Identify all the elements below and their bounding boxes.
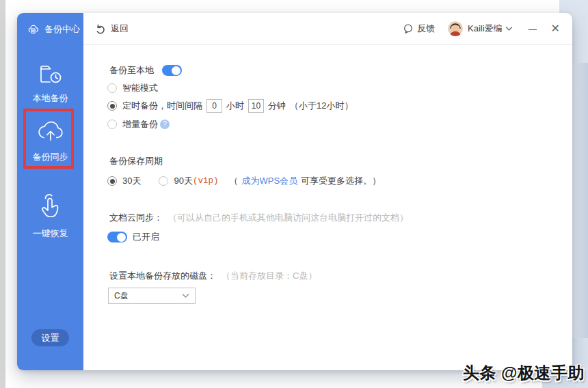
sidebar-header-label: 备份中心 <box>44 23 80 36</box>
sidebar-item-label: 备份同步 <box>33 151 68 163</box>
retention-title-row: 备份保存周期 <box>109 154 163 168</box>
cloud-sync-state: 已开启 <box>133 231 159 243</box>
feedback-bubble-icon <box>403 23 414 34</box>
mode-smart-radio[interactable] <box>107 83 117 93</box>
disk-selected-value: C盘 <box>114 290 129 302</box>
mode-timed-row: 定时备份，时间间隔 小时 分钟 （小于12小时） <box>107 99 353 113</box>
retention-90-option: 90天(vip) <box>159 175 218 187</box>
sidebar-item-label: 本地备份 <box>33 92 68 105</box>
topbar: 返回 反馈 <box>83 13 572 45</box>
disk-select-row: C盘 <box>108 289 196 303</box>
vip-promo: （ 成为WPS会员 可享受更多选择。） <box>229 175 381 187</box>
promo-rest: 可享受更多选择。） <box>301 175 381 187</box>
mode-incremental-row: 增量备份 ? <box>107 117 170 131</box>
sidebar-item-local-backup[interactable]: 本地备份 <box>17 59 83 105</box>
folder-clock-icon <box>36 59 66 87</box>
backup-local-row: 备份至本地 <box>109 64 182 77</box>
close-button[interactable]: ✕ <box>551 23 560 34</box>
mode-smart-label: 智能模式 <box>122 82 158 94</box>
help-icon[interactable]: ? <box>160 120 170 129</box>
watermark: 头条 @极速手助 <box>463 362 585 384</box>
cloud-sync-toggle[interactable] <box>107 232 127 242</box>
minutes-input[interactable] <box>248 99 264 113</box>
back-button[interactable]: 返回 <box>95 23 129 35</box>
main-content: 备份至本地 智能模式 定时备份，时间间隔 小时 分钟 （小于12小时） 增量备份… <box>83 45 572 370</box>
back-icon <box>95 23 106 34</box>
disk-dropdown[interactable]: C盘 <box>108 288 196 304</box>
back-label: 返回 <box>111 23 129 35</box>
toggle-knob <box>117 233 126 242</box>
mode-smart-row: 智能模式 <box>107 81 158 95</box>
page-background: 备份中心 本地备份 <box>0 0 588 388</box>
backup-local-title: 备份至本地 <box>109 64 154 77</box>
cloud-sync-note: （可以从自己的手机或其他电脑访问这台电脑打开过的文档） <box>168 212 408 224</box>
disk-title: 设置本地备份存放的磁盘： <box>109 270 216 282</box>
backup-local-toggle[interactable] <box>162 65 182 76</box>
retention-30-label: 30天 <box>122 175 141 187</box>
promo-open-paren: （ <box>229 175 238 187</box>
retention-90-label: 90天 <box>174 175 192 187</box>
cloud-sync-toggle-row: 已开启 <box>107 230 159 244</box>
timed-hint: （小于12小时） <box>290 100 353 112</box>
wps-member-link[interactable]: 成为WPS会员 <box>241 175 297 187</box>
avatar[interactable] <box>448 21 463 36</box>
mode-timed-label: 定时备份，时间间隔 <box>122 100 202 112</box>
sidebar-header-backup-center: 备份中心 <box>26 22 80 36</box>
settings-button[interactable]: 设置 <box>31 329 69 346</box>
minimize-button[interactable] <box>528 24 537 33</box>
sidebar-item-one-key-restore[interactable]: 一键恢复 <box>17 192 83 240</box>
chevron-down-icon[interactable] <box>505 26 513 31</box>
vip-tag: (vip) <box>193 176 219 186</box>
retention-90-radio[interactable] <box>159 176 168 186</box>
disk-title-row: 设置本地备份存放的磁盘： （当前存放目录：C盘） <box>109 269 317 283</box>
hours-unit: 小时 <box>226 100 244 112</box>
disk-note: （当前存放目录：C盘） <box>222 270 317 282</box>
topbar-right: 反馈 Kaili爱编 ✕ <box>403 21 560 36</box>
dropdown-chevron-icon <box>182 293 189 299</box>
cloud-sync-title-row: 文档云同步： （可以从自己的手机或其他电脑访问这台电脑打开过的文档） <box>109 211 408 225</box>
minutes-unit: 分钟 <box>268 100 286 112</box>
cloud-upload-icon <box>34 115 68 146</box>
mode-incremental-label: 增量备份 <box>122 118 158 130</box>
cloud-sync-title: 文档云同步： <box>109 212 163 224</box>
retention-title: 备份保存周期 <box>109 155 163 167</box>
mode-timed-radio[interactable] <box>107 101 117 111</box>
hours-input[interactable] <box>206 99 222 113</box>
username[interactable]: Kaili爱编 <box>468 23 503 35</box>
feedback-label: 反馈 <box>417 23 435 35</box>
sidebar-item-label: 一键恢复 <box>33 227 68 240</box>
sidebar-item-backup-sync[interactable]: 备份同步 <box>17 115 83 163</box>
sidebar: 备份中心 本地备份 <box>17 13 83 370</box>
mode-incremental-radio[interactable] <box>107 120 117 129</box>
backup-center-icon <box>26 22 40 36</box>
retention-30-radio[interactable] <box>107 176 117 186</box>
retention-options-row: 30天 90天(vip) （ 成为WPS会员 可享受更多选择。） <box>107 174 381 188</box>
page-edge-strip-left <box>0 0 5 388</box>
app-window: 备份中心 本地备份 <box>17 13 572 370</box>
hand-click-icon <box>36 192 65 222</box>
feedback-button[interactable]: 反馈 <box>403 23 435 35</box>
toggle-knob <box>172 66 181 75</box>
